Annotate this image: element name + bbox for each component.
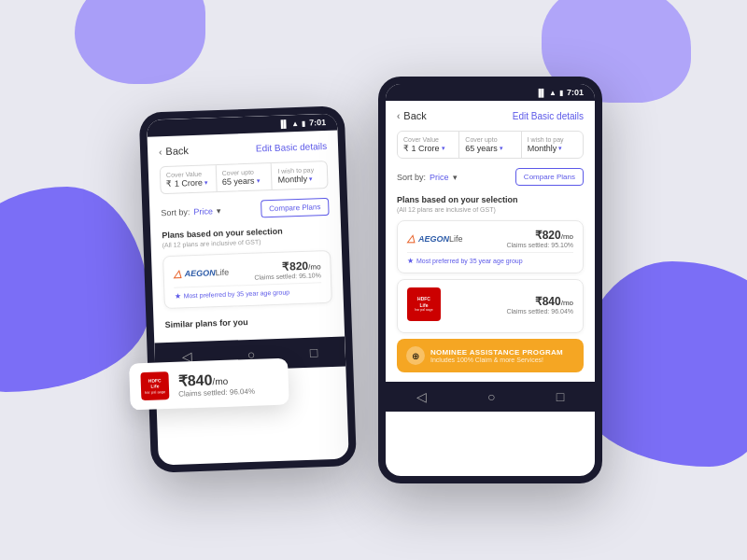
filter-pay-val-right: Monthly ▾ [528,144,577,153]
battery-icon-right: ▮ [559,89,563,97]
status-bar-right: ▐▌ ▲ ▮ 7:01 [386,84,595,101]
nominee-icon: ⊕ [406,346,425,365]
hdfc-logo-right: HDFC Life har pal aage [407,287,441,321]
filter-payment-left[interactable]: I wish to pay Monthly ▾ [272,161,328,189]
sort-chevron-left: ▾ [217,205,221,215]
app-content-right: ‹ Back Edit Basic details Cover Value ₹ … [386,101,595,382]
floating-card-claims: Claims settled: 96.04% [178,387,255,399]
back-button-right[interactable]: ‹ Back [397,110,427,121]
blob-right [579,261,747,467]
filter-cover-upto-left[interactable]: Cover upto 65 years ▾ [216,163,273,191]
plan-price-aegon-right: ₹820/mo [506,229,573,242]
back-button-left[interactable]: ‹ Back [159,145,189,157]
plan-claims-hdfc-right: Claims settled: 96.04% [506,308,573,315]
plan-badge-aegon-right: ★ Most preferred by 35 year age group [407,252,573,265]
edit-link-left[interactable]: Edit Basic details [256,140,327,153]
chevron-cu-right: ▾ [500,145,503,152]
sort-value-left[interactable]: Price [193,206,213,217]
plan-card-aegon-left[interactable]: △ AEGONLife ₹820/mo Claims settled: 95.1… [162,250,332,309]
plan-badge-text-right: Most preferred by 35 year age group [416,258,523,264]
header-left: ‹ Back Edit Basic details [159,140,327,157]
sort-value-right[interactable]: Price [430,173,449,182]
sort-label-right: Sort by: [397,173,426,182]
nav-recent-icon-right[interactable]: □ [557,389,564,404]
plan-claims-aegon-left: Claims settled: 95.10% [254,272,321,280]
wifi-icon: ▲ [291,119,299,127]
sort-label-left: Sort by: [161,207,190,217]
header-right: ‹ Back Edit Basic details [397,110,584,121]
section-subtitle-right: (All 12 plans are inclusive of GST) [397,206,584,213]
phone-left: ▐▌ ▲ ▮ 7:01 ‹ Back Edit Basic details [139,105,357,472]
chevron-payment-left: ▾ [309,175,313,182]
back-label-right[interactable]: Back [403,110,426,121]
status-icons-right: ▐▌ ▲ ▮ [536,89,563,97]
floating-card-hdfc: HDFC Life har pal aage ₹840/mo Claims se… [129,358,289,411]
aegon-logo-right: △ AEGONLife [407,232,463,245]
compare-btn-right[interactable]: Compare Plans [515,168,584,186]
chevron-cover-upto-left: ▾ [256,176,260,184]
status-icons-left: ▐▌ ▲ ▮ [278,119,306,128]
chevron-pay-right: ▾ [558,145,562,152]
filter-pay-label-right: I wish to pay [528,136,577,143]
plan-badge-aegon-left: ★ Most preferred by 35 year age group [174,282,321,301]
chevron-cover-value-left: ▾ [204,178,208,186]
nominee-banner[interactable]: ⊕ NOMINEE ASSISTANCE PROGRAM Includes 10… [397,339,584,372]
aegon-tri-right: △ [407,232,415,245]
filter-cu-label-right: Cover upto [465,136,514,143]
filter-cv-val-right: ₹ 1 Crore ▾ [403,144,453,153]
filter-row-left: Cover Value ₹ 1 Crore ▾ Cover upto 65 ye… [160,161,329,194]
battery-icon: ▮ [302,119,305,127]
signal-icon: ▐▌ [278,119,289,128]
compare-btn-left[interactable]: Compare Plans [261,198,330,218]
star-icon-left: ★ [174,292,180,301]
blob-top-left [75,0,205,84]
plan-card-aegon-right[interactable]: △ AEGONLife ₹820/mo Claims settled: 95.1… [397,220,584,273]
phones-wrapper: ▐▌ ▲ ▮ 7:01 ‹ Back Edit Basic details [145,77,602,483]
phone-left-screen: ▐▌ ▲ ▮ 7:01 ‹ Back Edit Basic details [147,114,349,466]
filter-cu-val-right: 65 years ▾ [465,144,514,153]
status-time-left: 7:01 [309,118,326,128]
bottom-nav-right: ◁ ○ □ [386,382,595,412]
sort-by-left: Sort by: Price ▾ [161,205,221,217]
wifi-icon-right: ▲ [549,89,557,97]
aegon-name-right: AEGONLife [418,234,463,244]
filter-payment-right[interactable]: I wish to pay Monthly ▾ [522,132,583,158]
app-content-left: ‹ Back Edit Basic details Cover Value ₹ … [148,131,345,343]
sort-row-right: Sort by: Price ▾ Compare Plans [397,168,584,186]
filter-cover-value-left[interactable]: Cover Value ₹ 1 Crore ▾ [161,165,218,193]
star-icon-right: ★ [407,257,414,265]
filter-cv-label-right: Cover Value [403,136,453,143]
section-title-right: Plans based on your selection [397,195,584,204]
back-arrow-right: ‹ [397,111,400,121]
aegon-logo-left: △ AEGONLife [173,266,229,280]
back-label-left[interactable]: Back [165,145,189,157]
filter-cover-upto-val-left: 65 years ▾ [222,175,266,187]
edit-link-right[interactable]: Edit Basic details [513,111,584,121]
similar-title-left: Similar plans for you [164,309,333,333]
nav-home-icon-right[interactable]: ○ [487,389,495,404]
hdfc-logo-left: HDFC Life har pal aage [140,371,169,400]
plan-claims-aegon-right: Claims settled: 95.10% [506,242,573,248]
status-time-right: 7:01 [567,88,584,97]
filter-payment-val-left: Monthly ▾ [277,174,321,185]
filter-cover-value-right[interactable]: Cover Value ₹ 1 Crore ▾ [398,132,459,158]
chevron-cv-right: ▾ [442,145,445,152]
nominee-subtitle: Includes 100% Claim & more Services! [430,357,563,363]
filter-row-right: Cover Value ₹ 1 Crore ▾ Cover upto 65 ye… [397,131,584,159]
filter-cover-upto-right[interactable]: Cover upto 65 years ▾ [459,132,521,158]
plan-badge-text-left: Most preferred by 35 year age group [183,288,289,299]
blob-left [0,187,149,392]
back-arrow-left: ‹ [159,147,162,157]
plan-aegon-inner-right: △ AEGONLife ₹820/mo Claims settled: 95.1… [407,229,573,248]
plan-hdfc-inner-right: HDFC Life har pal aage ₹840/mo Claims se… [407,287,573,321]
plan-card-hdfc-right[interactable]: HDFC Life har pal aage ₹840/mo Claims se… [397,279,584,333]
sort-by-right: Sort by: Price ▾ [397,173,458,182]
floating-card-text: ₹840/mo Claims settled: 96.04% [177,370,255,399]
aegon-triangle-left: △ [173,267,180,279]
filter-cover-value-val-left: ₹ 1 Crore ▾ [166,177,210,189]
nav-recent-icon-left[interactable]: □ [310,344,318,359]
sort-row-left: Sort by: Price ▾ Compare Plans [161,198,330,221]
nav-back-icon-right[interactable]: ◁ [416,389,427,404]
aegon-text-left: AEGONLife [185,267,230,278]
phone-right-screen: ▐▌ ▲ ▮ 7:01 ‹ Back Edit Basic details [386,84,595,476]
